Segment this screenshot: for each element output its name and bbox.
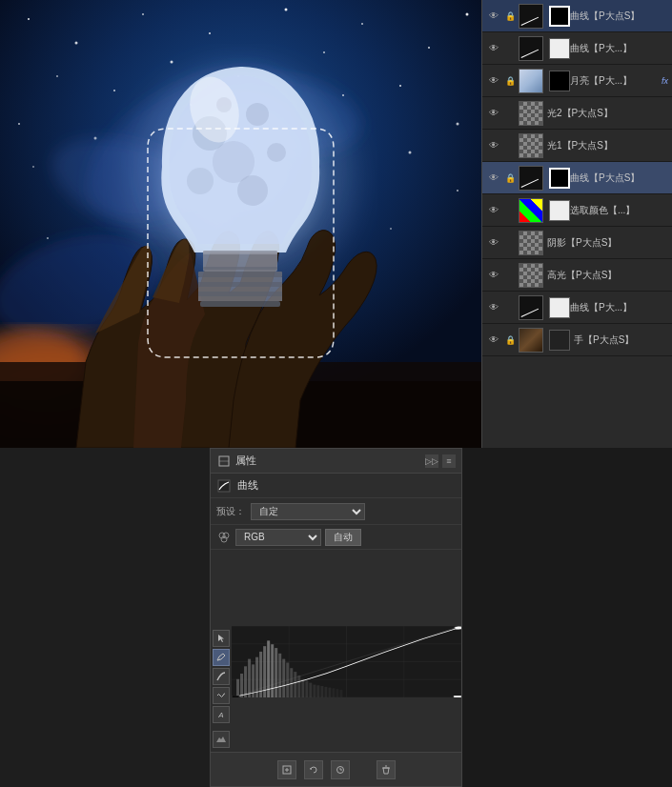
layer-item-3[interactable]: 👁 🔒 月亮【P大...】 fx xyxy=(482,65,672,97)
lock-icon-5 xyxy=(503,139,517,152)
visibility-icon-2[interactable]: 👁 xyxy=(486,41,501,56)
svg-point-27 xyxy=(390,228,392,230)
properties-collapse-btn[interactable]: ▷▷ xyxy=(425,454,438,468)
lock-icon-6: 🔒 xyxy=(503,172,517,185)
svg-rect-83 xyxy=(286,662,289,697)
svg-point-7 xyxy=(142,13,144,15)
svg-point-20 xyxy=(94,137,97,140)
auto-button[interactable]: 自动 xyxy=(325,529,361,546)
channel-row: RGB 自动 xyxy=(211,525,461,550)
preset-select[interactable]: 自定 xyxy=(251,503,365,520)
svg-point-18 xyxy=(399,85,401,87)
visibility-icon-5[interactable]: 👁 xyxy=(486,138,501,153)
bottom-left-area xyxy=(0,448,210,787)
visibility-icon-8[interactable]: 👁 xyxy=(486,235,501,251)
svg-rect-52 xyxy=(198,296,282,301)
layer-name-7: 选取颜色【...】 xyxy=(570,204,668,217)
reset-curves-btn[interactable] xyxy=(304,760,323,779)
properties-menu-btn[interactable]: ≡ xyxy=(442,454,456,468)
svg-rect-90 xyxy=(313,685,316,697)
svg-point-9 xyxy=(285,9,288,11)
svg-point-8 xyxy=(209,32,211,34)
layer-item-11[interactable]: 👁 🔒 手【P大点S】 xyxy=(482,324,672,356)
svg-point-19 xyxy=(18,123,20,125)
svg-rect-97 xyxy=(339,690,342,697)
svg-point-5 xyxy=(28,18,30,20)
svg-rect-46 xyxy=(203,267,277,270)
layer-item-1[interactable]: 👁 🔒 曲线【P大点S】 xyxy=(482,0,672,32)
layer-name-9: 高光【P大点S】 xyxy=(547,269,668,282)
svg-point-10 xyxy=(361,23,363,25)
curves-graph-area: A xyxy=(211,550,461,736)
curve-node-tool[interactable] xyxy=(213,668,230,685)
pointer-tool[interactable] xyxy=(213,630,230,647)
svg-rect-70 xyxy=(236,679,239,697)
layer-item-9[interactable]: 👁 高光【P大点S】 xyxy=(482,259,672,292)
svg-point-40 xyxy=(187,168,214,194)
visibility-icon-6[interactable]: 👁 xyxy=(486,171,501,186)
layers-panel: 👁 🔒 曲线【P大点S】 👁 曲线【P大...】 xyxy=(481,0,672,448)
properties-header: 属性 ▷▷ ≡ xyxy=(211,449,461,474)
visibility-icon-4[interactable]: 👁 xyxy=(486,106,501,121)
svg-rect-94 xyxy=(328,688,331,697)
delete-btn[interactable] xyxy=(377,760,396,779)
layer-item-10[interactable]: 👁 曲线【P大...】 xyxy=(482,292,672,324)
svg-rect-76 xyxy=(259,652,262,697)
lock-icon-1: 🔒 xyxy=(503,10,517,23)
layer-item-6[interactable]: 👁 🔒 曲线【P大点S】 xyxy=(482,162,672,194)
text-tool[interactable]: A xyxy=(213,706,230,723)
svg-point-23 xyxy=(457,123,459,126)
svg-rect-92 xyxy=(320,686,323,697)
lock-icon-9 xyxy=(503,269,517,282)
svg-rect-81 xyxy=(278,654,281,697)
svg-rect-75 xyxy=(255,657,258,697)
svg-rect-49 xyxy=(198,282,282,287)
lock-icon-11: 🔒 xyxy=(503,333,517,347)
mountain-tool[interactable] xyxy=(213,731,230,748)
visibility-icon-1[interactable]: 👁 xyxy=(486,9,501,24)
lock-icon-10 xyxy=(503,301,517,314)
svg-rect-72 xyxy=(244,666,247,697)
visibility-icon-10[interactable]: 👁 xyxy=(486,300,501,315)
curves-bottom-toolbar xyxy=(211,752,461,786)
svg-point-12 xyxy=(466,13,469,16)
layer-name-3: 月亮【P大...】 xyxy=(570,74,662,88)
curves-title-row: 曲线 xyxy=(211,474,461,498)
layer-name-4: 光2【P大点S】 xyxy=(547,107,668,120)
visibility-icon-11[interactable]: 👁 xyxy=(486,333,501,348)
history-btn[interactable] xyxy=(331,760,350,779)
svg-rect-50 xyxy=(198,287,282,292)
svg-rect-71 xyxy=(240,674,243,697)
layer-item-7[interactable]: 👁 选取颜色【...】 xyxy=(482,194,672,227)
layer-item-5[interactable]: 👁 光1【P大点S】 xyxy=(482,130,672,162)
layer-item-8[interactable]: 👁 阴影【P大点S】 xyxy=(482,227,672,259)
visibility-icon-7[interactable]: 👁 xyxy=(486,203,501,218)
visibility-icon-3[interactable]: 👁 xyxy=(486,73,501,89)
fx-badge-3: fx xyxy=(662,76,668,86)
svg-rect-48 xyxy=(198,277,282,282)
layer-name-11: 手【P大点S】 xyxy=(574,333,668,347)
svg-rect-51 xyxy=(198,292,282,296)
svg-rect-80 xyxy=(275,648,277,697)
add-adjustment-btn[interactable] xyxy=(277,760,296,779)
svg-rect-100 xyxy=(454,696,461,697)
curves-panel-title: 曲线 xyxy=(237,478,258,493)
svg-point-24 xyxy=(32,166,34,168)
svg-rect-87 xyxy=(301,679,304,697)
layer-item-4[interactable]: 👁 光2【P大点S】 xyxy=(482,97,672,130)
layer-name-1: 曲线【P大点S】 xyxy=(570,10,668,23)
visibility-icon-9[interactable]: 👁 xyxy=(486,268,501,283)
svg-point-14 xyxy=(113,90,115,91)
layer-item-2[interactable]: 👁 曲线【P大...】 xyxy=(482,32,672,65)
layer-name-5: 光1【P大点S】 xyxy=(547,139,668,152)
curves-graph[interactable] xyxy=(232,626,461,697)
pencil-tool[interactable] xyxy=(213,649,230,666)
svg-rect-47 xyxy=(198,272,282,277)
svg-rect-88 xyxy=(305,681,308,697)
wave-tool[interactable] xyxy=(213,687,230,704)
svg-rect-45 xyxy=(203,251,277,254)
svg-rect-86 xyxy=(297,676,300,697)
properties-title-label: 属性 xyxy=(235,454,256,468)
svg-rect-84 xyxy=(290,668,293,697)
channel-select[interactable]: RGB xyxy=(235,529,321,546)
